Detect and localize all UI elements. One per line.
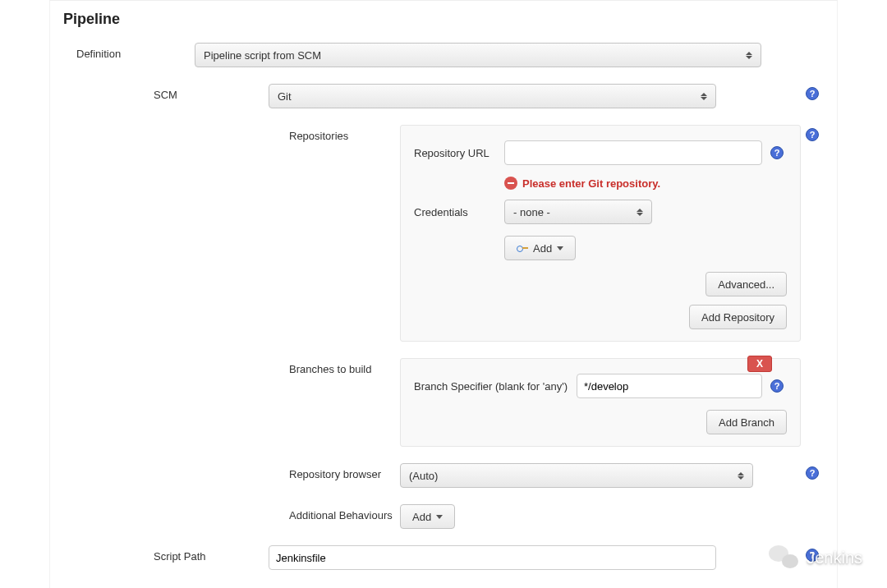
caret-down-icon — [436, 515, 443, 519]
branch-specifier-input[interactable] — [577, 374, 762, 398]
advanced-row: Advanced... — [414, 272, 787, 296]
scm-select[interactable]: Git — [269, 84, 716, 108]
help-icon[interactable]: ? — [806, 128, 819, 141]
credentials-label: Credentials — [414, 206, 504, 218]
script-path-label: Script Path — [63, 545, 269, 563]
definition-select[interactable]: Pipeline script from SCM — [195, 43, 761, 67]
branches-label: Branches to build — [63, 358, 400, 375]
repositories-row: Repositories Repository URL ? Please ent… — [63, 125, 824, 342]
advanced-button[interactable]: Advanced... — [705, 272, 787, 296]
pipeline-config-panel: Pipeline Definition Pipeline script from… — [49, 0, 838, 588]
add-repository-button[interactable]: Add Repository — [689, 305, 787, 329]
add-behaviour-label: Add — [412, 511, 431, 523]
credentials-select[interactable]: - none - — [504, 200, 652, 224]
section-title: Pipeline — [63, 11, 824, 28]
script-path-row: Script Path ? — [63, 545, 824, 570]
caret-down-icon — [557, 246, 563, 250]
credentials-row: Credentials - none - — [414, 200, 787, 224]
definition-value: Pipeline script from SCM — [204, 49, 321, 62]
add-repository-row: Add Repository — [414, 305, 787, 329]
branch-specifier-label: Branch Specifier (blank for 'any') — [414, 380, 577, 393]
repositories-panel: Repository URL ? Please enter Git reposi… — [400, 125, 801, 342]
add-behaviour-button[interactable]: Add — [400, 504, 455, 529]
add-credentials-label: Add — [533, 242, 552, 255]
updown-arrows-icon — [637, 206, 645, 218]
repo-browser-value: (Auto) — [409, 470, 438, 482]
repository-url-row: Repository URL ? — [414, 140, 787, 165]
repo-browser-select[interactable]: (Auto) — [400, 463, 753, 488]
repository-url-error: Please enter Git repository. — [504, 177, 787, 190]
help-icon[interactable]: ? — [806, 87, 819, 100]
help-icon[interactable]: ? — [806, 549, 819, 562]
delete-branch-button[interactable]: X — [747, 356, 772, 372]
updown-arrows-icon — [738, 470, 746, 481]
updown-arrows-icon — [701, 90, 709, 102]
add-branch-label: Add Branch — [719, 416, 774, 429]
add-repository-label: Add Repository — [701, 311, 774, 324]
repositories-label: Repositories — [63, 125, 400, 142]
advanced-label: Advanced... — [718, 278, 774, 291]
definition-label: Definition — [63, 43, 195, 60]
repo-browser-row: Repository browser (Auto) ? — [63, 463, 824, 488]
script-path-input[interactable] — [269, 545, 716, 570]
delete-branch-label: X — [756, 358, 763, 370]
add-credentials-button[interactable]: Add — [504, 236, 576, 260]
help-icon[interactable]: ? — [806, 466, 819, 480]
scm-value: Git — [278, 90, 292, 103]
repo-browser-label: Repository browser — [63, 463, 400, 480]
repository-url-label: Repository URL — [414, 147, 504, 159]
additional-behaviours-label: Additional Behaviours — [63, 504, 400, 521]
add-branch-row: Add Branch — [414, 410, 787, 434]
repository-url-input[interactable] — [504, 140, 762, 165]
key-icon — [517, 244, 528, 252]
updown-arrows-icon — [746, 49, 754, 61]
branches-row: Branches to build X Branch Specifier (bl… — [63, 358, 824, 447]
credentials-value: - none - — [513, 206, 550, 218]
help-icon[interactable]: ? — [770, 379, 784, 393]
definition-row: Definition Pipeline script from SCM — [63, 43, 824, 67]
scm-label: SCM — [63, 84, 269, 101]
branches-panel: X Branch Specifier (blank for 'any') ? A… — [400, 358, 801, 447]
credentials-add-row: Add — [504, 236, 787, 260]
additional-behaviours-row: Additional Behaviours Add — [63, 504, 824, 529]
add-branch-button[interactable]: Add Branch — [706, 410, 787, 434]
help-icon[interactable]: ? — [770, 146, 784, 159]
branch-specifier-row: Branch Specifier (blank for 'any') ? — [414, 374, 787, 398]
error-text: Please enter Git repository. — [522, 177, 660, 190]
scm-row: SCM Git ? — [63, 84, 824, 108]
error-icon — [504, 177, 517, 190]
